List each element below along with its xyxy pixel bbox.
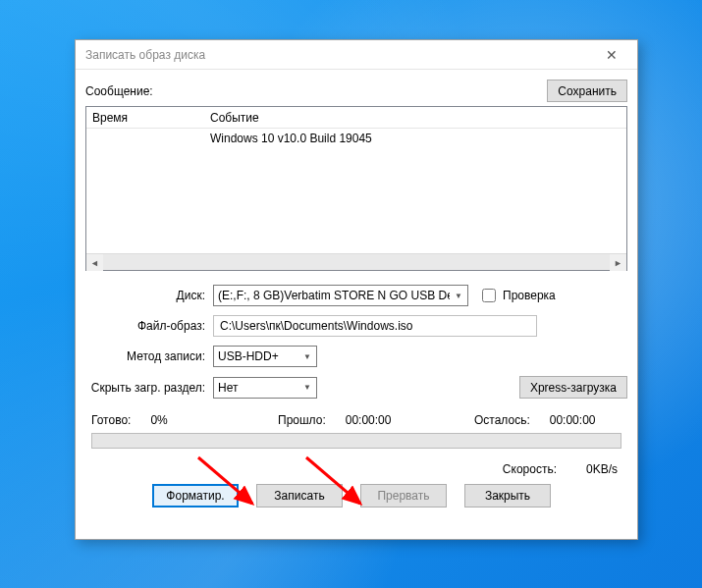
log-col-event[interactable]: Событие <box>204 111 626 125</box>
message-label: Сообщение: <box>85 84 547 98</box>
elapsed-label: Прошло: <box>278 413 326 427</box>
verify-checkbox[interactable]: Проверка <box>478 286 556 305</box>
scroll-track[interactable] <box>103 254 610 270</box>
progress-bar <box>91 433 621 449</box>
abort-button: Прервать <box>360 484 447 508</box>
titlebar: Записать образ диска ✕ <box>76 40 637 70</box>
log-row[interactable]: Windows 10 v10.0 Build 19045 <box>86 129 626 148</box>
xpress-boot-button[interactable]: Xpress-загрузка <box>519 376 627 399</box>
save-button[interactable]: Сохранить <box>547 80 627 102</box>
ready-label: Готово: <box>91 413 131 427</box>
remaining-value: 00:00:00 <box>550 413 596 427</box>
file-label: Файл-образ: <box>85 319 213 333</box>
remaining-label: Осталось: <box>474 413 530 427</box>
speed-label: Скорость: <box>503 462 557 476</box>
burn-image-dialog: Записать образ диска ✕ Сообщение: Сохран… <box>75 39 638 540</box>
verify-checkbox-input[interactable] <box>482 289 496 302</box>
log-listview[interactable]: Время Событие Windows 10 v10.0 Build 190… <box>85 106 627 271</box>
window-title: Записать образ диска <box>85 48 592 62</box>
scroll-right-button[interactable]: ► <box>610 254 626 271</box>
log-col-time[interactable]: Время <box>86 111 204 125</box>
close-button[interactable]: Закрыть <box>464 484 551 508</box>
speed-value: 0KB/s <box>586 462 618 476</box>
method-label: Метод записи: <box>85 349 213 363</box>
file-path-field[interactable] <box>213 315 537 337</box>
disk-select[interactable] <box>213 285 468 306</box>
elapsed-value: 00:00:00 <box>346 413 392 427</box>
format-button[interactable]: Форматир. <box>152 484 239 508</box>
hide-partition-select[interactable] <box>213 377 317 399</box>
close-icon[interactable]: ✕ <box>592 43 631 67</box>
ready-value: 0% <box>150 413 167 427</box>
verify-checkbox-label: Проверка <box>503 289 556 302</box>
log-cell-event: Windows 10 v10.0 Build 19045 <box>204 132 626 145</box>
scroll-left-button[interactable]: ◄ <box>86 254 103 271</box>
write-button[interactable]: Записать <box>256 484 343 508</box>
horizontal-scrollbar[interactable]: ◄ ► <box>86 253 626 270</box>
write-method-select[interactable] <box>213 346 317 367</box>
log-header: Время Событие <box>86 107 626 129</box>
disk-label: Диск: <box>85 289 213 302</box>
hide-partition-label: Скрыть загр. раздел: <box>85 381 213 395</box>
